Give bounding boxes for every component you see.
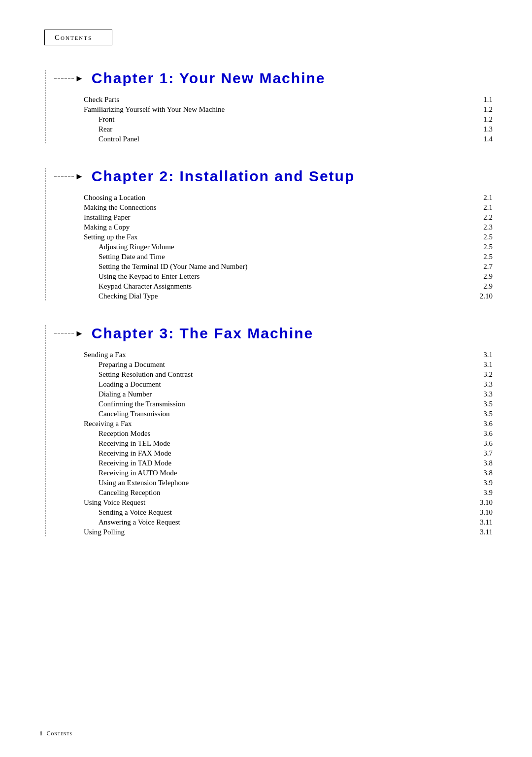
toc-entry-label: Check Parts bbox=[84, 96, 276, 104]
toc-entry-page: 3.6 bbox=[468, 429, 493, 438]
toc-entry: Making the Connections2.1 bbox=[84, 203, 493, 212]
toc-entry: Choosing a Location2.1 bbox=[84, 194, 493, 202]
toc-entry-dots bbox=[283, 485, 468, 485]
toc-entry-label: Receiving in TAD Mode bbox=[99, 459, 283, 467]
toc-entry-dots bbox=[283, 298, 468, 298]
toc-entry: Using the Keypad to Enter Letters2.9 bbox=[84, 272, 493, 281]
toc-entry-page: 3.11 bbox=[468, 518, 493, 527]
toc-entry-label: Sending a Fax bbox=[84, 351, 276, 359]
toc-entry-page: 3.10 bbox=[468, 498, 493, 507]
chapter-section-1: ► Chapter 1: Your New MachineCheck Parts… bbox=[39, 70, 493, 143]
toc-entry-dots bbox=[276, 219, 468, 220]
toc-entry-page: 2.9 bbox=[468, 282, 493, 291]
toc-entry-page: 3.10 bbox=[468, 508, 493, 517]
toc-entries-2: Choosing a Location2.1Making the Connect… bbox=[54, 194, 493, 300]
chapter-title-1: Chapter 1: Your New Machine bbox=[87, 70, 326, 87]
toc-entry-dots bbox=[283, 141, 468, 141]
toc-entry: Canceling Reception3.9 bbox=[84, 489, 493, 497]
toc-entry: Preparing a Document3.1 bbox=[84, 361, 493, 369]
toc-entry: Setting Date and Time2.5 bbox=[84, 253, 493, 261]
chapter-arrow-1: ► bbox=[54, 74, 84, 83]
toc-entry: Control Panel1.4 bbox=[84, 135, 493, 143]
chapter-header-row-1: ► Chapter 1: Your New Machine bbox=[54, 70, 493, 87]
toc-entry-page: 2.3 bbox=[468, 223, 493, 231]
toc-entry-label: Sending a Voice Request bbox=[99, 508, 283, 517]
toc-entry-label: Using the Keypad to Enter Letters bbox=[99, 272, 283, 281]
toc-entry-page: 2.1 bbox=[468, 194, 493, 202]
toc-entry-dots bbox=[283, 366, 468, 367]
toc-entry-label: Making a Copy bbox=[84, 223, 276, 231]
toc-entry-label: Front bbox=[99, 115, 283, 124]
toc-entry-label: Using Polling bbox=[84, 528, 276, 536]
toc-entry: Using an Extension Telephone3.9 bbox=[84, 479, 493, 487]
toc-entry-label: Using an Extension Telephone bbox=[99, 479, 283, 487]
toc-entry-page: 2.5 bbox=[468, 233, 493, 241]
toc-entry-page: 3.5 bbox=[468, 410, 493, 418]
toc-entry-dots bbox=[283, 465, 468, 465]
toc-entry-page: 2.10 bbox=[468, 292, 493, 300]
toc-entry-page: 3.8 bbox=[468, 459, 493, 467]
toc-entry-page: 1.2 bbox=[468, 115, 493, 124]
toc-entry-dots bbox=[276, 111, 468, 112]
footer-page-num: 1 bbox=[39, 729, 43, 737]
toc-entry-label: Choosing a Location bbox=[84, 194, 276, 202]
toc-entry-page: 3.11 bbox=[468, 528, 493, 536]
toc-entry: Installing Paper2.2 bbox=[84, 213, 493, 222]
toc-entry-page: 1.1 bbox=[468, 96, 493, 104]
toc-entry-dots bbox=[283, 455, 468, 456]
toc-entry-dots bbox=[276, 534, 468, 534]
toc-entry-dots bbox=[283, 524, 468, 525]
toc-entry-dots bbox=[283, 376, 468, 377]
chapter-arrow-3: ► bbox=[54, 329, 84, 338]
toc-entry-label: Setting Date and Time bbox=[99, 253, 283, 261]
toc-entry-dots bbox=[276, 199, 468, 200]
toc-entry-page: 3.9 bbox=[468, 489, 493, 497]
toc-entry: Check Parts1.1 bbox=[84, 96, 493, 104]
toc-entry-label: Familiarizing Yourself with Your New Mac… bbox=[84, 105, 276, 114]
toc-entry: Keypad Character Assignments2.9 bbox=[84, 282, 493, 291]
header-box: Contents bbox=[44, 30, 112, 45]
toc-entry-label: Setting Resolution and Contrast bbox=[99, 370, 283, 379]
toc-entry-dots bbox=[283, 278, 468, 279]
toc-entry-label: Canceling Reception bbox=[99, 489, 283, 497]
page: Contents ► Chapter 1: Your New MachineCh… bbox=[0, 0, 532, 757]
toc-entry: Dialing a Number3.3 bbox=[84, 390, 493, 398]
toc-entry-label: Installing Paper bbox=[84, 213, 276, 222]
chapter-title-2: Chapter 2: Installation and Setup bbox=[87, 168, 355, 185]
toc-entry-dots bbox=[276, 426, 468, 426]
toc-entry: Checking Dial Type2.10 bbox=[84, 292, 493, 300]
toc-entry-page: 3.6 bbox=[468, 420, 493, 428]
toc-entry: Making a Copy2.3 bbox=[84, 223, 493, 231]
toc-entry-label: Making the Connections bbox=[84, 203, 276, 212]
toc-entry: Using Voice Request3.10 bbox=[84, 498, 493, 507]
header-title: Contents bbox=[55, 33, 92, 41]
toc-entries-1: Check Parts1.1Familiarizing Yourself wit… bbox=[54, 96, 493, 143]
toc-entry: Familiarizing Yourself with Your New Mac… bbox=[84, 105, 493, 114]
toc-entry-page: 3.5 bbox=[468, 400, 493, 408]
toc-entry-page: 3.1 bbox=[468, 351, 493, 359]
toc-entry-label: Reception Modes bbox=[99, 429, 283, 438]
toc-entry-page: 3.9 bbox=[468, 479, 493, 487]
toc-entry-dots bbox=[276, 209, 468, 210]
toc-entry-page: 3.7 bbox=[468, 449, 493, 458]
toc-entry-page: 3.1 bbox=[468, 361, 493, 369]
toc-entry: Setting up the Fax2.5 bbox=[84, 233, 493, 241]
toc-entry: Canceling Transmission3.5 bbox=[84, 410, 493, 418]
toc-entry: Sending a Voice Request3.10 bbox=[84, 508, 493, 517]
toc-entry-dots bbox=[283, 121, 468, 122]
toc-entry-label: Preparing a Document bbox=[99, 361, 283, 369]
toc-entry-dots bbox=[283, 268, 468, 269]
toc-entry-dots bbox=[283, 259, 468, 259]
toc-entry: Sending a Fax3.1 bbox=[84, 351, 493, 359]
toc-entry-page: 3.6 bbox=[468, 439, 493, 448]
toc-entry: Adjusting Ringer Volume2.5 bbox=[84, 243, 493, 251]
chapter-header-row-2: ► Chapter 2: Installation and Setup bbox=[54, 168, 493, 185]
toc-entry-label: Setting up the Fax bbox=[84, 233, 276, 241]
toc-entry: Using Polling3.11 bbox=[84, 528, 493, 536]
toc-entry-label: Adjusting Ringer Volume bbox=[99, 243, 283, 251]
toc-entry-label: Receiving in TEL Mode bbox=[99, 439, 283, 448]
toc-entry-label: Receiving a Fax bbox=[84, 420, 276, 428]
toc-entry: Front1.2 bbox=[84, 115, 493, 124]
toc-entry: Answering a Voice Request3.11 bbox=[84, 518, 493, 527]
chapter-title-3: Chapter 3: The Fax Machine bbox=[87, 325, 313, 342]
